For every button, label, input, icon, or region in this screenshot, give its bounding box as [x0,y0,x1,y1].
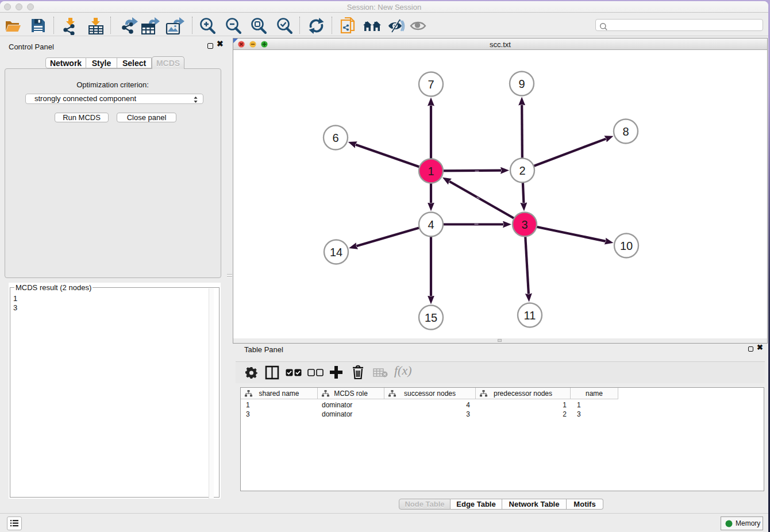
svg-text:10: 10 [620,240,633,252]
svg-text:2: 2 [519,164,525,177]
svg-text:9: 9 [518,78,525,90]
svg-text:11: 11 [524,309,536,322]
svg-text:3: 3 [521,218,528,231]
svg-text:7: 7 [428,78,434,91]
svg-text:8: 8 [622,125,629,138]
svg-text:14: 14 [330,246,342,259]
svg-text:4: 4 [428,218,434,231]
svg-text:6: 6 [332,132,338,144]
svg-text:15: 15 [425,311,437,324]
svg-text:1: 1 [428,165,434,178]
